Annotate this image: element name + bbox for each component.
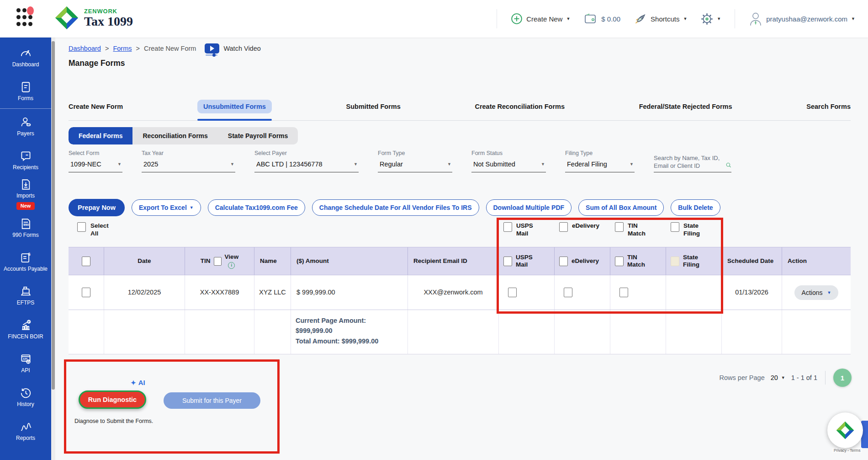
usps-mail-checkbox[interactable] <box>503 222 512 232</box>
sidebar-item-eftps[interactable]: EFTPS <box>0 278 51 312</box>
form-status-dropdown[interactable]: Not Submitted▼ <box>471 158 546 172</box>
import-download-icon <box>19 178 32 191</box>
row-email: XXX@zenwork.com <box>408 275 499 310</box>
select-payer-dropdown[interactable]: ABC LTD | 123456778▼ <box>254 158 359 172</box>
col-usps-mail: USPS Mail <box>499 247 555 275</box>
download-multiple-pdf-button[interactable]: Download Multiple PDF <box>486 199 572 216</box>
rows-per-page-select[interactable]: 20▼ <box>771 374 785 381</box>
brand-company: ZENWORK <box>84 8 133 15</box>
sidebar-item-accounts-payable[interactable]: $ Accounts Payable <box>0 245 51 278</box>
edelivery-column-checkbox[interactable] <box>559 257 568 266</box>
change-schedule-date-button[interactable]: Change Schedule Date For All Vendor File… <box>312 199 479 216</box>
tax-year-dropdown[interactable]: 2025▼ <box>142 158 235 172</box>
pagination-bar: Rows per Page 20▼ 1 - 1 of 1 1 <box>720 369 852 387</box>
row-select-checkbox[interactable] <box>82 288 90 297</box>
app-grid-icon[interactable] <box>16 8 34 29</box>
breadcrumb-dashboard-link[interactable]: Dashboard <box>69 45 101 52</box>
form-type-dropdown[interactable]: Regular▼ <box>378 158 452 172</box>
sidebar-item-forms[interactable]: Forms <box>0 74 51 108</box>
sidebar-item-990-forms[interactable]: 990 990 Forms <box>0 211 51 245</box>
divider <box>497 9 497 28</box>
api-window-icon: API <box>19 353 32 366</box>
breadcrumb-forms-link[interactable]: Forms <box>113 45 132 52</box>
user-avatar-icon <box>749 11 762 26</box>
subtab-reconciliation-forms[interactable]: Reconciliation Forms <box>132 127 217 144</box>
tax-year-filter: Tax Year 2025▼ <box>142 150 235 172</box>
privacy-terms-label: Privacy - Terms <box>832 448 862 453</box>
tin-match-checkbox[interactable] <box>615 222 624 232</box>
row-tin-match-checkbox[interactable] <box>619 288 628 297</box>
filing-type-filter: Filing Type Federal Filing▼ <box>565 150 635 172</box>
zenwork-diamond-icon <box>55 6 79 30</box>
subtab-state-payroll-forms[interactable]: State Payroll Forms <box>218 127 298 144</box>
bulk-delete-button[interactable]: Bulk Delete <box>671 199 720 216</box>
plus-circle-icon <box>511 13 523 25</box>
zenwork-diamond-icon <box>836 421 854 439</box>
sidebar-item-reports[interactable]: Reports <box>0 414 51 448</box>
row-edelivery-checkbox[interactable] <box>564 288 572 297</box>
subtab-federal-forms[interactable]: Federal Forms <box>69 127 132 144</box>
sum-of-all-box-amount-button[interactable]: Sum of All Box Amount <box>578 199 664 216</box>
filter-bar: Select Form 1099-NEC▼ Tax Year 2025▼ Sel… <box>69 150 731 172</box>
prepay-now-button[interactable]: Prepay Now <box>69 199 125 216</box>
tab-federal-state-rejected-forms[interactable]: Federal/State Rejected Forms <box>639 103 732 110</box>
calculate-fee-button[interactable]: Calculate Tax1099.com Fee <box>208 199 305 216</box>
row-actions-button[interactable]: Actions▼ <box>794 285 839 300</box>
tab-create-reconciliation-forms[interactable]: Create Reconciliation Forms <box>475 103 565 110</box>
sidebar-item-api[interactable]: API API <box>0 346 51 380</box>
svg-text:$: $ <box>28 251 31 257</box>
tin-header-checkbox[interactable] <box>214 257 222 266</box>
wallet-balance-button[interactable]: $ 0.00 <box>584 13 620 25</box>
settings-button[interactable]: ▼ <box>701 13 721 25</box>
sidebar-item-imports[interactable]: Imports New <box>0 177 51 211</box>
col-date: Date <box>104 247 185 275</box>
breadcrumb-separator: > <box>105 45 109 52</box>
sidebar-item-fincen-boir[interactable]: $ FINCEN BOIR <box>0 312 51 346</box>
search-icon <box>725 160 731 170</box>
user-menu[interactable]: pratyushaa@zenwork.com ▼ <box>749 11 855 26</box>
document-icon <box>19 80 32 94</box>
state-filing-checkbox[interactable] <box>671 222 679 232</box>
sidebar-item-payers[interactable]: Payers <box>0 109 51 143</box>
select-form-filter: Select Form 1099-NEC▼ <box>69 150 122 172</box>
select-all-checkbox[interactable] <box>77 222 86 232</box>
create-new-button[interactable]: Create New ▼ <box>511 13 570 25</box>
chevron-down-icon: ▼ <box>683 16 687 21</box>
brand-logo[interactable]: ZENWORK Tax 1099 <box>55 6 133 30</box>
chevron-down-icon: ▼ <box>717 16 721 21</box>
state-filing-option: State Filing <box>666 222 722 238</box>
divider <box>735 9 735 28</box>
row-usps-checkbox[interactable] <box>508 288 517 297</box>
edelivery-checkbox[interactable] <box>559 222 568 232</box>
scrollbar-thumb[interactable] <box>52 41 55 390</box>
sidebar-item-history[interactable]: History <box>0 380 51 414</box>
search-input[interactable]: Search by Name, Tax ID, Email or Client … <box>654 154 731 172</box>
usps-column-checkbox[interactable] <box>503 257 512 266</box>
sidebar-item-dashboard[interactable]: Dashboard <box>0 40 51 74</box>
chevron-down-icon: ▼ <box>447 162 451 166</box>
chat-widget-button[interactable] <box>827 412 863 448</box>
sidebar-item-recipients[interactable]: Recipients <box>0 143 51 177</box>
info-icon[interactable]: i <box>228 262 235 269</box>
diagnostic-note: Diagnose to Submit the Forms. <box>74 418 153 424</box>
tab-search-forms[interactable]: Search Forms <box>806 103 851 110</box>
watch-video-label[interactable]: Watch Video <box>223 45 260 52</box>
export-to-excel-button[interactable]: Export To Excel▼ <box>132 199 201 216</box>
watch-video-icon[interactable] <box>205 43 219 53</box>
col-recipient-email: Recipient Email ID <box>408 247 499 275</box>
row-scheduled-date: 01/13/2026 <box>722 275 782 310</box>
col-scheduled-date: Scheduled Date <box>722 247 782 275</box>
gear-icon <box>701 13 713 25</box>
page-number-button[interactable]: 1 <box>833 369 852 387</box>
submit-for-this-payer-button[interactable]: Submit for this Payer <box>164 392 260 409</box>
run-diagnostic-button[interactable]: Run Diagnostic <box>79 390 146 409</box>
sidebar-scrollbar[interactable] <box>51 37 55 460</box>
tab-submitted-forms[interactable]: Submitted Forms <box>346 103 401 110</box>
tab-create-new-form[interactable]: Create New Form <box>69 103 123 110</box>
select-form-dropdown[interactable]: 1099-NEC▼ <box>69 158 122 172</box>
tin-match-column-checkbox[interactable] <box>615 257 624 266</box>
filing-type-dropdown[interactable]: Federal Filing▼ <box>565 158 635 172</box>
shortcuts-button[interactable]: Shortcuts ▼ <box>634 12 687 25</box>
header-row-checkbox[interactable] <box>82 257 90 266</box>
tab-unsubmitted-forms[interactable]: Unsubmitted Forms <box>197 100 272 113</box>
